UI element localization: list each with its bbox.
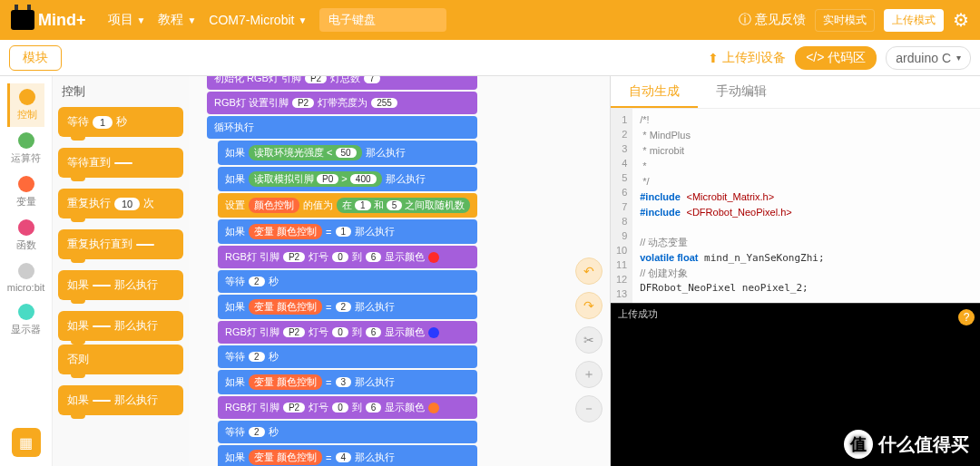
canvas-block[interactable]: 如果 读取环境光强度 < 50 那么执行 <box>218 141 477 165</box>
redo-button[interactable]: ↷ <box>575 292 603 319</box>
top-bar: Mind+ 项目▼ 教程▼ COM7-Microbit▼ 电子键盘 ⓘ 意见反馈… <box>0 0 980 40</box>
canvas-block[interactable]: RGB灯 设置引脚 P2 灯带亮度为 255 <box>207 92 477 114</box>
code-area-button[interactable]: </> 代码区 <box>795 46 877 70</box>
palette-block[interactable]: 如果 那么执行 <box>58 311 183 341</box>
canvas-block[interactable]: 如果 变量 颜色控制 = 3 那么执行 <box>218 370 477 394</box>
caret-icon: ▼ <box>137 15 146 25</box>
canvas[interactable]: 初始化 RGB灯 引脚 P2 灯总数 7RGB灯 设置引脚 P2 灯带亮度为 2… <box>189 76 610 466</box>
mode-upload-button[interactable]: 上传模式 <box>884 9 944 32</box>
palette-block[interactable]: 等待 1 秒 <box>58 107 183 137</box>
category-控制[interactable]: 控制 <box>7 83 45 127</box>
feedback-link[interactable]: ⓘ 意见反馈 <box>739 12 806 28</box>
palette-block[interactable]: 重复执行 10 次 <box>58 189 183 218</box>
category-显示器[interactable]: 显示器 <box>7 298 45 342</box>
zoom-in-button[interactable]: ＋ <box>575 361 603 388</box>
caret-icon: ▼ <box>187 15 196 25</box>
code-icon: </> <box>806 50 824 64</box>
category-dot-icon <box>18 263 34 279</box>
tab-manual[interactable]: 手动编辑 <box>698 76 785 108</box>
category-函数[interactable]: 函数 <box>7 214 45 257</box>
code-tabs: 自动生成 手动编辑 <box>611 76 980 109</box>
canvas-block[interactable]: 设置 颜色控制 的值为 在 1 和 5 之间取随机数 <box>218 193 477 218</box>
watermark: 值 什么值得买 <box>844 430 969 459</box>
caret-icon: ▼ <box>298 15 307 25</box>
canvas-tools: ↶ ↷ ✂ ＋ － <box>575 257 603 422</box>
main-area: 控制运算符变量函数micro:bit显示器 ▦ 控制 等待 1 秒等待直到 重复… <box>0 76 980 466</box>
menu-tutorial[interactable]: 教程▼ <box>158 12 196 28</box>
undo-button[interactable]: ↶ <box>575 257 603 285</box>
modules-tab[interactable]: 模块 <box>9 45 62 71</box>
canvas-block[interactable]: 等待 2 秒 <box>218 421 477 443</box>
canvas-block[interactable]: RGB灯 引脚 P2 灯号 0 到 6 显示颜色 <box>218 321 477 344</box>
upload-icon: ⬆ <box>708 51 719 65</box>
console-output: 上传成功 <box>618 308 658 319</box>
block-palette: 控制 等待 1 秒等待直到 重复执行 10 次重复执行直到 如果 那么执行如果 … <box>53 76 189 466</box>
category-运算符[interactable]: 运算符 <box>7 127 45 170</box>
category-dot-icon <box>19 89 35 105</box>
main-menu: 项目▼ 教程▼ COM7-Microbit▼ <box>108 12 308 28</box>
crop-button[interactable]: ✂ <box>575 326 603 354</box>
logo: Mind+ <box>11 10 86 30</box>
canvas-block[interactable]: RGB灯 引脚 P2 灯号 0 到 6 显示颜色 <box>218 246 477 268</box>
logo-icon <box>11 10 34 30</box>
project-name-field[interactable]: 电子键盘 <box>319 8 446 32</box>
watermark-icon: 值 <box>844 430 873 459</box>
toolbar: 模块 ⬆ 上传到设备 </> 代码区 arduino C ▾ <box>0 40 980 76</box>
canvas-block[interactable]: 循环执行 <box>207 116 477 139</box>
gear-icon[interactable]: ⚙ <box>953 9 969 31</box>
category-column: 控制运算符变量函数micro:bit显示器 ▦ <box>0 76 53 466</box>
canvas-block[interactable]: 如果 变量 颜色控制 = 1 那么执行 <box>218 219 477 244</box>
category-dot-icon <box>18 132 34 149</box>
upload-button[interactable]: ⬆ 上传到设备 <box>708 50 786 66</box>
category-micro:bit[interactable]: micro:bit <box>7 257 45 298</box>
canvas-block[interactable]: RGB灯 引脚 P2 灯号 0 到 6 显示颜色 <box>218 396 477 419</box>
canvas-block[interactable]: 如果 读取模拟引脚 P0 > 400 那么执行 <box>218 167 477 191</box>
palette-block[interactable]: 如果 那么执行 <box>58 385 183 415</box>
menu-device[interactable]: COM7-Microbit▼ <box>209 13 307 27</box>
menu-project[interactable]: 项目▼ <box>108 12 146 28</box>
extension-button[interactable]: ▦ <box>12 428 41 457</box>
canvas-block[interactable]: 等待 2 秒 <box>218 345 477 368</box>
code-editor[interactable]: 123456789101112131415161718 /*! * MindPl… <box>611 109 980 303</box>
canvas-block[interactable]: 初始化 RGB灯 引脚 P2 灯总数 7 <box>207 76 477 90</box>
palette-block[interactable]: 重复执行直到 <box>58 229 183 259</box>
help-icon: ⓘ <box>739 12 751 28</box>
category-dot-icon <box>18 176 34 192</box>
console-help-icon[interactable]: ? <box>958 309 975 325</box>
category-变量[interactable]: 变量 <box>7 170 45 214</box>
chevron-down-icon: ▾ <box>956 53 961 63</box>
zoom-out-button[interactable]: － <box>575 395 603 422</box>
mode-realtime-button[interactable]: 实时模式 <box>815 9 875 32</box>
brand-text: Mind+ <box>38 11 86 30</box>
tab-auto[interactable]: 自动生成 <box>611 76 698 108</box>
extension-icon: ▦ <box>19 434 33 451</box>
palette-block-else[interactable]: 否则 <box>58 345 183 374</box>
language-select[interactable]: arduino C ▾ <box>886 46 971 70</box>
palette-title: 控制 <box>58 83 183 100</box>
code-panel: 自动生成 手动编辑 123456789101112131415161718 /*… <box>610 76 980 466</box>
category-dot-icon <box>18 304 34 320</box>
canvas-block[interactable]: 如果 变量 颜色控制 = 2 那么执行 <box>218 295 477 319</box>
palette-block[interactable]: 如果 那么执行 <box>58 270 183 300</box>
palette-block[interactable]: 等待直到 <box>58 148 183 178</box>
canvas-block[interactable]: 等待 2 秒 <box>218 270 477 293</box>
canvas-block[interactable]: 如果 变量 颜色控制 = 4 那么执行 <box>218 445 477 466</box>
category-dot-icon <box>18 219 34 236</box>
